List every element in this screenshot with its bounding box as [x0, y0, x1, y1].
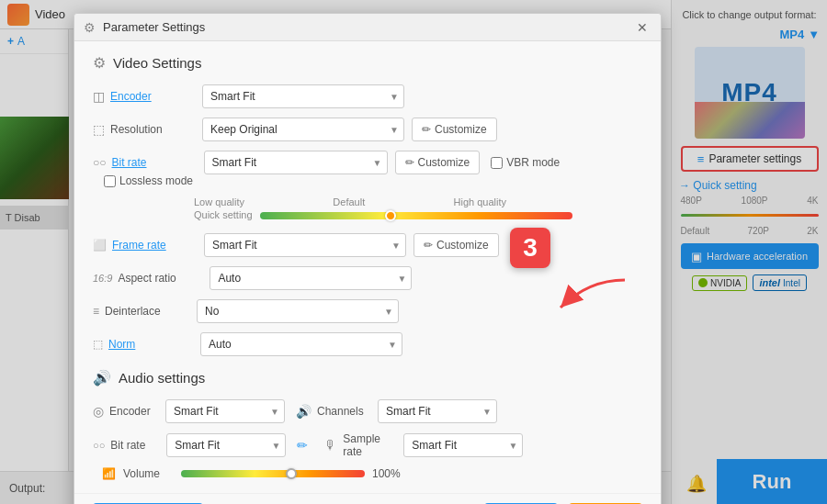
deinterlace-icon: ≡	[93, 305, 99, 318]
dialog-body: ⚙ Video Settings ◫ Encoder Smart Fit ▼ ⬚…	[74, 41, 661, 493]
deinterlace-select[interactable]: No	[197, 299, 399, 323]
video-section-title: Video Settings	[113, 55, 201, 71]
aspect-label: Aspect ratio	[118, 272, 210, 285]
sample-rate-group: 🎙 Sample rate Smart Fit ▼	[324, 432, 523, 458]
bitrate-row: ○○ Bit rate Smart Fit ▼ ✏ Customize VBR …	[93, 151, 642, 187]
red-arrow	[551, 271, 634, 319]
encoder-select-wrap: Smart Fit ▼	[202, 84, 404, 108]
lossless-mode-checkbox[interactable]	[104, 175, 116, 187]
audio-bitrate-group: ○○ Bit rate Smart Fit ▼ ✏	[93, 433, 313, 457]
quality-labels: Low quality Default High quality	[194, 196, 506, 207]
high-quality-label: High quality	[454, 196, 506, 207]
encoder-row: ◫ Encoder Smart Fit ▼	[93, 84, 642, 108]
audio-section-icon: 🔊	[93, 369, 111, 386]
bitrate-icon: ○○	[93, 156, 107, 169]
sample-rate-icon: 🎙	[324, 438, 337, 453]
volume-thumb	[286, 468, 297, 479]
dialog-title-text: Parameter Settings	[103, 20, 205, 34]
quality-thumb	[385, 210, 396, 221]
deinterlace-label: Deinterlace	[105, 305, 197, 318]
resolution-customize-button[interactable]: ✏ Customize	[412, 118, 497, 141]
resolution-customize-label: Customize	[435, 123, 487, 136]
audio-encoder-group: ◎ Encoder Smart Fit ▼	[93, 399, 285, 423]
deinterlace-select-wrap: No ▼	[197, 299, 399, 323]
resolution-select-wrap: Keep Original ▼	[202, 118, 404, 141]
bitrate-select-wrap: Smart Fit ▼	[204, 151, 388, 174]
dialog-titlebar: ⚙ Parameter Settings ✕	[74, 14, 661, 41]
dialog-title-left: ⚙ Parameter Settings	[84, 20, 205, 35]
audio-encoder-icon: ◎	[93, 404, 104, 419]
audio-bitrate-edit-button[interactable]: ✏	[291, 434, 313, 456]
vbr-mode-label: VBR mode	[506, 156, 560, 169]
framerate-icon: ⬜	[93, 239, 107, 252]
audio-encoder-select-wrap: Smart Fit ▼	[165, 399, 285, 423]
framerate-pencil-icon: ✏	[424, 239, 433, 252]
lossless-mode-label: Lossless mode	[119, 174, 193, 187]
framerate-select[interactable]: Smart Fit	[204, 233, 406, 257]
quick-setting-row-label: Quick setting	[194, 209, 253, 220]
resolution-icon: ⬚	[93, 122, 105, 137]
volume-row: 📶 Volume 100%	[102, 467, 642, 480]
audio-encoder-label: Encoder	[109, 405, 160, 418]
resolution-select[interactable]: Keep Original	[202, 118, 404, 141]
encoder-label[interactable]: Encoder	[110, 90, 202, 103]
vbr-mode-wrap: VBR mode	[491, 156, 560, 169]
framerate-row: ⬜ Frame rate Smart Fit ▼ ✏ Customize	[93, 233, 642, 257]
bitrate-pencil-icon: ✏	[405, 156, 414, 169]
resolution-label: Resolution	[110, 123, 202, 136]
norm-label[interactable]: Norm	[108, 338, 200, 351]
sample-rate-select[interactable]: Smart Fit	[403, 433, 523, 457]
audio-bitrate-icon: ○○	[93, 440, 105, 451]
audio-bitrate-label: Bit rate	[110, 439, 161, 452]
vbr-mode-checkbox[interactable]	[491, 157, 503, 169]
quality-slider-row: Low quality Default High quality Quick s…	[194, 196, 642, 222]
audio-bitrate-pencil-icon: ✏	[297, 438, 308, 453]
volume-percentage: 100%	[372, 467, 401, 480]
channels-select-wrap: Smart Fit ▼	[378, 399, 497, 423]
bitrate-label[interactable]: Bit rate	[112, 156, 204, 169]
norm-row: ⬚ Norm Auto ▼	[93, 332, 642, 356]
framerate-label[interactable]: Frame rate	[112, 239, 204, 252]
encoder-select[interactable]: Smart Fit	[202, 84, 404, 108]
dialog-title-icon: ⚙	[84, 20, 96, 35]
aspect-icon: 16:9	[93, 273, 112, 284]
video-section-header: ⚙ Video Settings	[93, 54, 642, 72]
default-quality-label: Default	[333, 196, 365, 207]
volume-label: Volume	[123, 467, 174, 480]
channels-label: Channels	[317, 405, 372, 418]
lossless-mode-wrap: Lossless mode	[104, 174, 193, 187]
aspect-select-wrap: Auto ▼	[210, 266, 412, 290]
audio-section: 🔊 Audio settings ◎ Encoder Smart Fit ▼	[93, 369, 642, 480]
parameter-settings-dialog: ⚙ Parameter Settings ✕ ⚙ Video Settings …	[74, 13, 662, 504]
quality-slider-container: Quick setting	[194, 209, 642, 222]
audio-bitrate-row: ○○ Bit rate Smart Fit ▼ ✏ 🎙 Sample rate	[93, 432, 642, 458]
framerate-customize-label: Customize	[436, 239, 489, 252]
dialog-footer: Save as Ok Cancel	[74, 493, 661, 504]
dialog-close-button[interactable]: ✕	[633, 18, 651, 37]
channels-icon: 🔊	[296, 404, 312, 419]
low-quality-label: Low quality	[194, 196, 244, 207]
audio-bitrate-select-wrap: Smart Fit ▼	[166, 433, 286, 457]
bitrate-select[interactable]: Smart Fit	[204, 151, 388, 174]
framerate-customize-button[interactable]: ✏ Customize	[414, 233, 499, 257]
step-3-badge: 3	[510, 228, 550, 268]
channels-select[interactable]: Smart Fit	[378, 399, 497, 423]
pencil-icon: ✏	[422, 123, 431, 136]
volume-bar-icon: 📶	[102, 467, 116, 480]
channels-group: 🔊 Channels Smart Fit ▼	[296, 399, 497, 423]
quality-track[interactable]	[260, 212, 572, 219]
norm-icon: ⬚	[93, 338, 103, 351]
audio-encoder-select[interactable]: Smart Fit	[165, 399, 285, 423]
aspect-select[interactable]: Auto	[210, 266, 412, 290]
encoder-icon: ◫	[93, 89, 105, 104]
bitrate-customize-button[interactable]: ✏ Customize	[395, 151, 481, 174]
norm-select[interactable]: Auto	[200, 332, 402, 356]
sample-rate-select-wrap: Smart Fit ▼	[403, 433, 523, 457]
sample-rate-label: Sample rate	[343, 432, 398, 458]
bitrate-customize-label: Customize	[418, 156, 470, 169]
norm-select-wrap: Auto ▼	[200, 332, 402, 356]
audio-bitrate-select[interactable]: Smart Fit	[166, 433, 286, 457]
resolution-row: ⬚ Resolution Keep Original ▼ ✏ Customize	[93, 118, 642, 141]
framerate-select-wrap: Smart Fit ▼	[204, 233, 406, 257]
volume-slider[interactable]	[181, 470, 365, 477]
